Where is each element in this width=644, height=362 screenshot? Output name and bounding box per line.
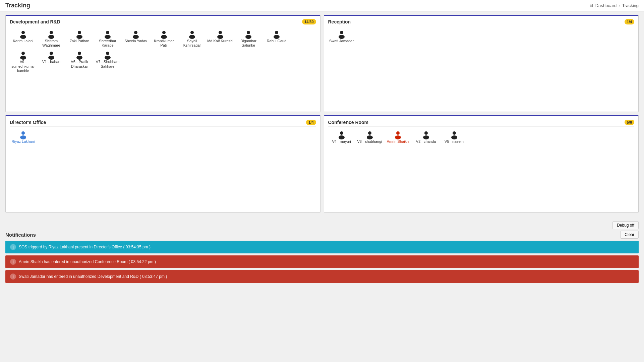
person-item: V1 - baban (38, 50, 65, 73)
svg-point-18 (275, 31, 278, 34)
svg-point-16 (247, 31, 250, 34)
person-icon (216, 29, 225, 39)
person-item: Md.Kaif Kureshi (207, 29, 234, 48)
person-icon (47, 29, 56, 39)
notification-info-icon: i (10, 244, 16, 250)
breadcrumb: 🖥 Dashboard › Tracking (589, 3, 639, 8)
person-name: Rahul Gaud (267, 39, 287, 43)
person-icon (337, 29, 346, 39)
svg-point-19 (274, 35, 280, 39)
svg-point-26 (106, 52, 109, 55)
svg-point-13 (189, 35, 195, 39)
person-name: V9 - sumedhkumar kamble (10, 60, 37, 73)
svg-point-30 (21, 131, 25, 135)
person-name: Amrin Shaikh (387, 139, 409, 144)
person-item: V2 - chanda (413, 130, 440, 144)
notifications-title: Notifications (5, 232, 36, 238)
room-title: Director's Office (10, 120, 46, 125)
svg-point-1 (20, 35, 26, 39)
svg-point-8 (134, 31, 137, 34)
person-item: V4 - mayuri (328, 130, 355, 144)
person-name: V7 - Shubham Sakhare (94, 60, 121, 68)
person-name: Shriram Waghmare (38, 39, 65, 48)
room-header: Development and R&D 14/30 (10, 19, 316, 26)
rooms-grid: Development and R&D 14/30 Karim Lalani (5, 15, 639, 213)
person-item: V5 - naeem (441, 130, 468, 144)
person-icon (337, 130, 346, 139)
person-name: Shreedhar Karade (94, 39, 121, 48)
bottom-section: Debug off Notifications Clear i SOS trig… (0, 219, 644, 283)
svg-point-4 (78, 31, 81, 34)
person-item: Krantikumar Patil (151, 29, 177, 48)
notification-text: Swati Jamadar has entered in unauthorize… (19, 274, 167, 279)
person-icon (393, 130, 403, 139)
person-item: V7 - Shubham Sakhare (94, 50, 121, 73)
room-title: Development and R&D (10, 19, 60, 24)
debug-row: Debug off (5, 221, 639, 229)
person-icon (421, 130, 431, 139)
person-name: V5 - naeem (445, 139, 464, 144)
person-name: V8 - shubhangi (357, 139, 382, 144)
person-icon (103, 29, 112, 39)
svg-point-14 (219, 31, 222, 34)
room-badge: 1/4 (306, 120, 316, 125)
persons-container: Karim Lalani Shriram Waghmare Zaki Patha… (10, 29, 316, 73)
room-card-dev-rnd: Development and R&D 14/30 Karim Lalani (5, 15, 320, 112)
notifications-header: Notifications Clear (5, 231, 639, 239)
person-name: Krantikumar Patil (151, 39, 177, 48)
svg-point-41 (451, 135, 457, 139)
person-item: Rahul Gaud (263, 29, 290, 48)
breadcrumb-current: Tracking (622, 3, 639, 8)
breadcrumb-separator: › (619, 3, 620, 8)
notification-item: i SOS triggerd by Riyaz Lakhani present … (5, 241, 639, 253)
room-card-directors-office: Director's Office 1/4 Riyaz Lakhani (5, 115, 320, 213)
breadcrumb-dashboard[interactable]: Dashboard (595, 3, 617, 8)
notification-item: i Swati Jamadar has entered in unauthori… (5, 270, 639, 283)
svg-point-2 (50, 31, 53, 34)
person-item: Shreedhar Karade (94, 29, 121, 48)
person-name: V1 - baban (42, 60, 60, 64)
svg-point-29 (339, 35, 345, 39)
svg-point-37 (395, 135, 401, 139)
person-item: V8 - shubhangi (356, 130, 383, 144)
person-name: Md.Kaif Kureshi (207, 39, 233, 43)
room-card-conference-room: Conference Room 5/6 V4 - mayuri (324, 115, 639, 213)
svg-point-34 (368, 131, 371, 135)
main-content: Development and R&D 14/30 Karim Lalani (0, 11, 644, 219)
person-name: Zaki Pathan (70, 39, 90, 43)
svg-point-23 (48, 56, 54, 60)
room-header: Conference Room 5/6 (328, 120, 635, 127)
person-icon (244, 29, 253, 39)
debug-button[interactable]: Debug off (612, 221, 639, 229)
svg-point-20 (21, 52, 25, 55)
person-icon (103, 50, 112, 60)
person-item: Sayali Kshirsagar (179, 29, 206, 48)
person-icon (18, 130, 28, 139)
person-name: Riyaz Lakhani (11, 139, 35, 144)
room-title: Conference Room (328, 120, 369, 125)
person-name: Sayali Kshirsagar (179, 39, 206, 48)
svg-point-3 (48, 35, 54, 39)
person-item: Riyaz Lakhani (10, 130, 37, 144)
person-name: Digambar Salunke (235, 39, 262, 48)
svg-point-24 (78, 52, 81, 55)
svg-point-11 (161, 35, 167, 39)
person-item: V6 - Pratik Dharuskar (66, 50, 93, 73)
persons-container: V4 - mayuri V8 - shubhangi Amrin Shaikh (328, 130, 635, 144)
clear-button[interactable]: Clear (620, 231, 639, 239)
room-card-reception: Reception 1/4 Swati Jamadar (324, 15, 639, 112)
person-icon (18, 29, 28, 39)
room-badge: 5/6 (625, 120, 634, 125)
svg-point-32 (340, 131, 343, 135)
person-name: V6 - Pratik Dharuskar (66, 60, 93, 68)
person-item: Digambar Salunke (235, 29, 262, 48)
page-title: Tracking (5, 2, 30, 9)
svg-point-0 (21, 31, 25, 34)
top-nav: Tracking 🖥 Dashboard › Tracking (0, 0, 644, 11)
svg-point-35 (367, 135, 373, 139)
svg-point-22 (50, 52, 53, 55)
svg-point-38 (424, 131, 428, 135)
svg-point-25 (76, 56, 82, 60)
svg-point-40 (453, 131, 456, 135)
person-item: V9 - sumedhkumar kamble (10, 50, 37, 73)
